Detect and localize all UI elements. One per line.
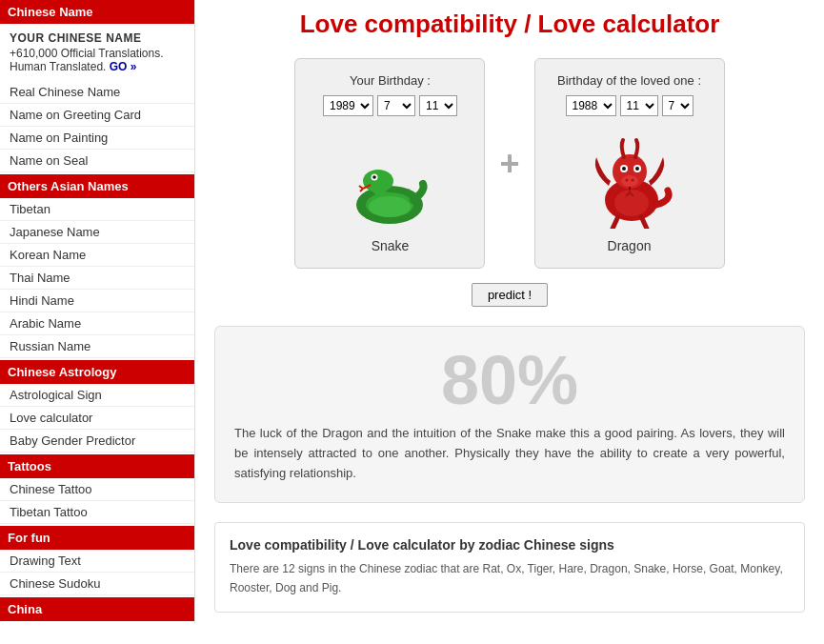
info-title: Love compatibility / Love calculator by …: [230, 537, 790, 553]
sidebar-item-drawing-text[interactable]: Drawing Text: [0, 550, 194, 573]
month2-select[interactable]: 11 1234 5678 91012: [620, 95, 658, 116]
sidebar-item-tibetan[interactable]: Tibetan: [0, 198, 194, 221]
sidebar-item-chinese-sudoku[interactable]: Chinese Sudoku: [0, 573, 194, 595]
main-content: Love compatibility / Love calculator You…: [195, 0, 824, 623]
birthday2-label: Birthday of the loved one :: [550, 73, 710, 88]
sidebar-header-china: China: [0, 597, 194, 621]
birthday1-label: Your Birthday :: [310, 73, 470, 88]
sign2-name: Dragon: [550, 238, 710, 253]
svg-point-16: [625, 178, 628, 181]
svg-point-14: [635, 167, 639, 171]
info-box: Love compatibility / Love calculator by …: [214, 522, 805, 612]
page-title: Love compatibility / Love calculator: [214, 10, 805, 39]
sidebar-header-asian-names: Others Asian Names: [0, 174, 194, 198]
birthday2-selects[interactable]: 1988 1989 1990 11 1234 5678 91012 7 123: [550, 95, 710, 116]
sidebar-item-name-painting[interactable]: Name on Painting: [0, 127, 194, 150]
sidebar: Chinese Name YOUR CHINESE NAME +610,000 …: [0, 0, 195, 623]
sidebar-item-korean-name[interactable]: Korean Name: [0, 244, 194, 267]
snake-image: [337, 126, 442, 231]
sidebar-item-astrological-sign[interactable]: Astrological Sign: [0, 384, 194, 407]
sidebar-item-name-seal[interactable]: Name on Seal: [0, 150, 194, 172]
zodiac-box-person1: Your Birthday : 1989 1988 1990 7 1234 56…: [294, 58, 485, 269]
calculator-area: Your Birthday : 1989 1988 1990 7 1234 56…: [214, 58, 805, 269]
sidebar-item-arabic-name[interactable]: Arabic Name: [0, 312, 194, 335]
sidebar-header-chinese-name: Chinese Name: [0, 0, 194, 24]
sidebar-item-real-chinese-name[interactable]: Real Chinese Name: [0, 81, 194, 104]
svg-point-23: [614, 190, 649, 216]
svg-point-17: [631, 178, 633, 181]
sidebar-header-chinese-astrology: Chinese Astrology: [0, 360, 194, 384]
your-name-title: YOUR CHINESE NAME: [10, 31, 185, 45]
sidebar-item-tibetan-tattoo[interactable]: Tibetan Tattoo: [0, 501, 194, 524]
result-text: The luck of the Dragon and the intuition…: [234, 424, 785, 483]
result-box: 80% The luck of the Dragon and the intui…: [214, 326, 805, 503]
predict-button[interactable]: predict !: [472, 283, 548, 307]
day1-select[interactable]: 11 123: [419, 95, 457, 116]
sidebar-item-name-greeting-card[interactable]: Name on Greeting Card: [0, 104, 194, 127]
year2-select[interactable]: 1988 1989 1990: [566, 95, 616, 116]
predict-btn-area: predict !: [214, 283, 805, 307]
go-link[interactable]: GO »: [110, 60, 137, 73]
svg-point-8: [369, 196, 411, 217]
zodiac-box-person2: Birthday of the loved one : 1988 1989 19…: [534, 58, 725, 269]
svg-point-15: [621, 175, 638, 187]
info-text: There are 12 signs in the Chinese zodiac…: [230, 560, 790, 596]
year1-select[interactable]: 1989 1988 1990: [323, 95, 373, 116]
svg-line-21: [613, 216, 618, 229]
birthday1-selects[interactable]: 1989 1988 1990 7 1234 5689 101112 11 123: [310, 95, 470, 116]
month1-select[interactable]: 7 1234 5689 101112: [377, 95, 415, 116]
sidebar-item-hindi-name[interactable]: Hindi Name: [0, 290, 194, 312]
sign1-name: Snake: [310, 238, 470, 253]
your-name-box: YOUR CHINESE NAME +610,000 Official Tran…: [0, 24, 194, 81]
svg-line-7: [360, 189, 363, 191]
plus-sign: +: [499, 144, 519, 184]
percent-display: 80%: [234, 346, 785, 414]
sidebar-header-for-fun: For fun: [0, 526, 194, 550]
sidebar-item-thai-name[interactable]: Thai Name: [0, 267, 194, 290]
sidebar-item-baby-gender[interactable]: Baby Gender Predictor: [0, 430, 194, 453]
your-name-count: +610,000 Official Translations. Human Tr…: [10, 47, 185, 73]
dragon-image: [577, 126, 682, 231]
sidebar-item-japanese-name[interactable]: Japanese Name: [0, 221, 194, 244]
svg-point-4: [373, 175, 377, 179]
svg-point-12: [622, 167, 626, 171]
sidebar-item-chinese-tattoo[interactable]: Chinese Tattoo: [0, 478, 194, 501]
sidebar-item-love-calculator[interactable]: Love calculator: [0, 407, 194, 430]
sidebar-item-russian-name[interactable]: Russian Name: [0, 335, 194, 358]
svg-line-22: [641, 216, 647, 229]
day2-select[interactable]: 7 123: [662, 95, 693, 116]
sidebar-header-tattoos: Tattoos: [0, 454, 194, 478]
